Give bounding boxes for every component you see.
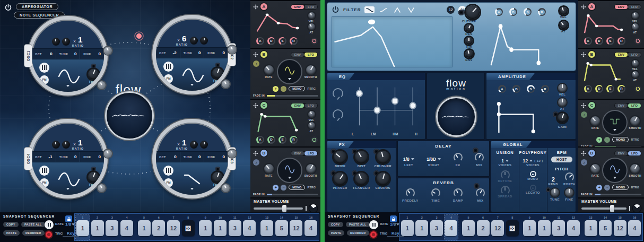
amp-at-knob[interactable] [558, 98, 567, 107]
paste-button[interactable]: PASTE [328, 230, 344, 236]
vel-knob[interactable] [632, 12, 639, 19]
seq-step-11[interactable]: 3 [552, 220, 565, 236]
mono-toggle[interactable]: MONO [289, 86, 305, 91]
delay-fb-knob[interactable] [454, 153, 463, 162]
eq-low-knob[interactable] [333, 88, 343, 99]
reverb-predelay-knob[interactable] [406, 188, 415, 197]
record-button[interactable] [370, 231, 377, 238]
ratio-knob[interactable] [200, 141, 208, 149]
chevron-down-icon[interactable] [190, 188, 194, 190]
amp-decay-knob[interactable]: D [512, 85, 520, 93]
filter-power-button[interactable] [332, 6, 340, 14]
lfo-tab[interactable]: LFO [304, 5, 317, 9]
seq-step-16[interactable]: 4 [304, 220, 317, 236]
tune-mod-dot[interactable] [546, 187, 551, 192]
tempo-sync-icon[interactable]: ♪ [581, 159, 587, 166]
env-tab[interactable]: ENV [291, 53, 304, 57]
seq-step-7[interactable]: 12 [491, 220, 504, 236]
retrig-icon[interactable] [634, 85, 641, 92]
seq-step-6[interactable]: 2 [152, 220, 165, 236]
ratio-knob[interactable] [190, 141, 198, 149]
seq-step-2[interactable]: 1 [91, 220, 104, 236]
tempo-sync-icon[interactable]: ♪ [253, 60, 259, 67]
rsr-knob[interactable]: R [617, 85, 625, 93]
trig-value[interactable]: Key [63, 231, 79, 237]
chevron-down-icon[interactable] [66, 188, 69, 190]
cutoff-mod-dot[interactable] [458, 10, 464, 15]
crusher-knob[interactable] [377, 151, 389, 163]
reorder-button[interactable]: REORDER [347, 230, 369, 236]
ssr-knob[interactable]: S [606, 85, 614, 93]
filter-type-lowpass-icon[interactable] [364, 6, 375, 13]
filter-type-bandpass-icon[interactable] [392, 6, 402, 13]
ratio-readout[interactable]: x 1RATIO [72, 139, 84, 151]
add-target-button[interactable]: + [273, 185, 279, 191]
at-knob[interactable] [308, 122, 315, 129]
seq-step-9[interactable]: 1 [523, 220, 536, 236]
amp-envelope-display[interactable] [491, 96, 555, 136]
rate-chevron-icon[interactable] [72, 223, 75, 226]
rsr-knob[interactable]: R [617, 37, 625, 45]
at-knob[interactable] [632, 23, 639, 30]
retrig-icon[interactable] [311, 136, 318, 143]
fine-field[interactable]: FINE0 [204, 152, 228, 161]
arpeggiator-button[interactable]: ARPEGGIATOR [16, 3, 58, 10]
dsr-knob[interactable]: D [595, 85, 603, 93]
gain-knob[interactable] [558, 113, 567, 123]
ratio-knob[interactable] [62, 38, 70, 46]
mono-radio[interactable] [530, 171, 536, 177]
mod-slot-letter[interactable]: A [588, 3, 595, 10]
mod-input-knob[interactable] [222, 80, 230, 88]
add-target-button[interactable]: + [273, 86, 279, 92]
ratio-knob[interactable] [200, 37, 208, 45]
chevron-down-icon[interactable] [66, 85, 69, 87]
envelope-display[interactable] [253, 109, 303, 134]
pause-button[interactable] [45, 220, 54, 229]
mono-toggle[interactable]: MONO [612, 137, 629, 142]
bend-value[interactable]: 2 [552, 176, 555, 183]
seq-step-12[interactable]: 4 [243, 220, 256, 236]
res-knob[interactable] [465, 24, 473, 32]
lfo-tab[interactable]: LFO [304, 151, 317, 155]
at-knob[interactable] [308, 23, 315, 30]
assign-arrow-button[interactable]: → [604, 137, 610, 143]
move-handle-icon[interactable] [253, 52, 258, 57]
filter-env-knob[interactable] [465, 50, 473, 58]
trig-value[interactable]: Key [387, 231, 404, 237]
ratio-readout[interactable]: x 6RATIO [176, 34, 188, 47]
fdbk-knob[interactable] [212, 172, 223, 183]
mod-slot-letter[interactable]: B [588, 51, 595, 58]
seq-step-2[interactable]: 1 [415, 220, 428, 236]
fdbk-knob[interactable] [212, 68, 223, 79]
instance-power-button[interactable] [4, 4, 12, 12]
fdbk-mod-dot[interactable] [91, 167, 96, 171]
lfo-tab[interactable]: LFO [628, 103, 641, 108]
fdbk-knob[interactable] [88, 69, 99, 80]
asr-knob[interactable]: A [584, 37, 592, 45]
mod-input-knob[interactable] [98, 184, 106, 192]
env-tab[interactable]: ENV [291, 5, 304, 9]
seq-step-13[interactable]: 1 [260, 220, 273, 236]
reverb-damp-knob[interactable] [454, 188, 463, 197]
keytrack-icon[interactable] [163, 166, 173, 176]
add-target-button[interactable]: + [596, 185, 602, 191]
assign-arrow-button[interactable]: → [281, 86, 286, 92]
ratio-knob[interactable] [190, 37, 198, 45]
filter-at-knob[interactable] [560, 21, 568, 29]
rate-knob[interactable] [590, 164, 600, 174]
dist-knob[interactable] [355, 151, 368, 163]
spread-knob[interactable] [501, 186, 510, 195]
flanger-knob[interactable] [355, 172, 368, 185]
amp-release-knob[interactable]: R [541, 85, 549, 93]
seq-step-14[interactable]: 5 [599, 220, 612, 236]
delay-right-dropdown[interactable]: 1/8D [427, 157, 441, 162]
env-tab[interactable]: ENV [615, 53, 628, 57]
ssr-knob[interactable]: S [279, 37, 286, 45]
dsr-knob[interactable]: D [267, 37, 275, 45]
mono-toggle[interactable]: MONO [289, 185, 305, 190]
tune-knob[interactable] [551, 188, 559, 197]
reorder-button[interactable]: REORDER [22, 230, 45, 236]
fdbk-knob[interactable] [88, 172, 99, 183]
oct-field[interactable]: OCT-2 [156, 48, 180, 57]
asr-knob[interactable]: A [256, 37, 264, 45]
